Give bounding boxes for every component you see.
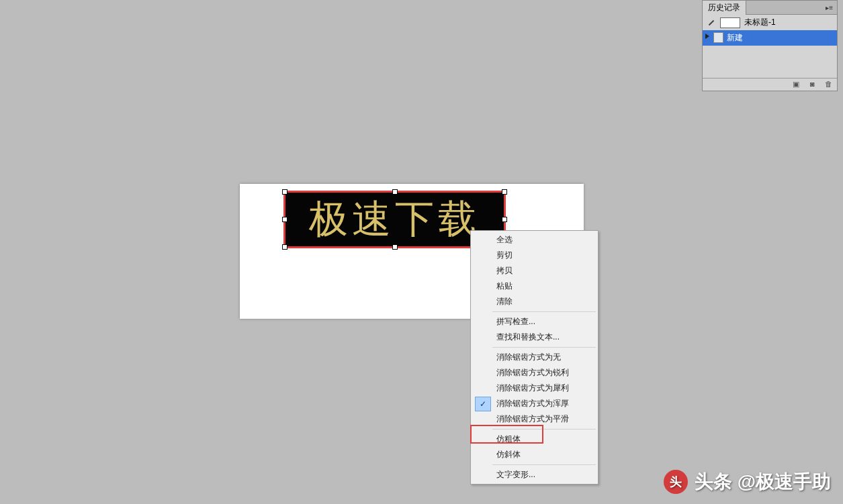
history-document-name: 未标题-1 bbox=[744, 17, 776, 28]
text-layer-content[interactable]: 极速下载 bbox=[309, 193, 481, 246]
menu-item[interactable]: 剪切 bbox=[472, 248, 596, 263]
history-panel-footer: ▣ ◙ 🗑 bbox=[703, 78, 837, 91]
transform-handle[interactable] bbox=[392, 189, 398, 195]
menu-item[interactable]: 粘贴 bbox=[472, 279, 596, 294]
triangle-icon bbox=[705, 34, 709, 39]
watermark: 头 头条 @极速手助 bbox=[664, 469, 831, 495]
menu-item[interactable]: 仿粗体 bbox=[472, 432, 596, 447]
history-step-selected[interactable]: 新建 bbox=[703, 30, 837, 46]
menu-item[interactable]: 全选 bbox=[472, 232, 596, 248]
menu-item[interactable]: 消除锯齿方式为无 bbox=[472, 350, 596, 365]
menu-item[interactable]: 消除锯齿方式为犀利 bbox=[472, 381, 596, 396]
watermark-text: 头条 @极速手助 bbox=[695, 469, 831, 495]
transform-handle[interactable] bbox=[502, 189, 507, 195]
menu-separator bbox=[492, 311, 596, 312]
checkmark-icon: ✓ bbox=[475, 397, 491, 411]
transform-handle[interactable] bbox=[502, 217, 507, 222]
history-panel-tab-bar: 历史记录 ▸≡ bbox=[703, 1, 837, 15]
trash-icon[interactable]: 🗑 bbox=[824, 80, 833, 89]
menu-item[interactable]: 消除锯齿方式为浑厚✓ bbox=[472, 396, 596, 411]
transform-handle[interactable] bbox=[392, 244, 398, 250]
history-document-row[interactable]: 未标题-1 bbox=[703, 15, 837, 30]
history-tab[interactable]: 历史记录 bbox=[703, 1, 746, 15]
menu-item[interactable]: 仿斜体 bbox=[472, 447, 596, 462]
menu-item[interactable]: 文字变形... bbox=[472, 467, 596, 483]
menu-separator bbox=[492, 429, 596, 430]
menu-item[interactable]: 消除锯齿方式为锐利 bbox=[472, 365, 596, 381]
menu-separator bbox=[492, 464, 596, 465]
snapshot-icon[interactable]: ▣ bbox=[791, 80, 801, 89]
menu-item[interactable]: 拷贝 bbox=[472, 263, 596, 279]
menu-item[interactable]: 清除 bbox=[472, 294, 596, 309]
new-document-icon bbox=[713, 32, 723, 43]
panel-menu-icon[interactable]: ▸≡ bbox=[822, 4, 837, 11]
menu-item[interactable]: 查找和替换文本... bbox=[472, 330, 596, 345]
camera-icon[interactable]: ◙ bbox=[807, 80, 817, 89]
transform-handle[interactable] bbox=[282, 217, 287, 222]
transform-handle[interactable] bbox=[282, 244, 287, 250]
history-step-label: 新建 bbox=[727, 33, 743, 42]
watermark-logo: 头 bbox=[664, 470, 688, 494]
brush-icon bbox=[707, 18, 716, 28]
document-thumbnail bbox=[720, 17, 740, 28]
menu-item[interactable]: 消除锯齿方式为平滑 bbox=[472, 411, 596, 427]
history-panel: 历史记录 ▸≡ 未标题-1 新建 ▣ ◙ 🗑 bbox=[702, 0, 838, 91]
transform-handle[interactable] bbox=[282, 189, 287, 195]
context-menu: 全选剪切拷贝粘贴清除拼写检查...查找和替换文本...消除锯齿方式为无消除锯齿方… bbox=[470, 230, 598, 485]
history-panel-body bbox=[703, 46, 837, 78]
menu-separator bbox=[492, 347, 596, 348]
menu-item[interactable]: 拼写检查... bbox=[472, 314, 596, 330]
